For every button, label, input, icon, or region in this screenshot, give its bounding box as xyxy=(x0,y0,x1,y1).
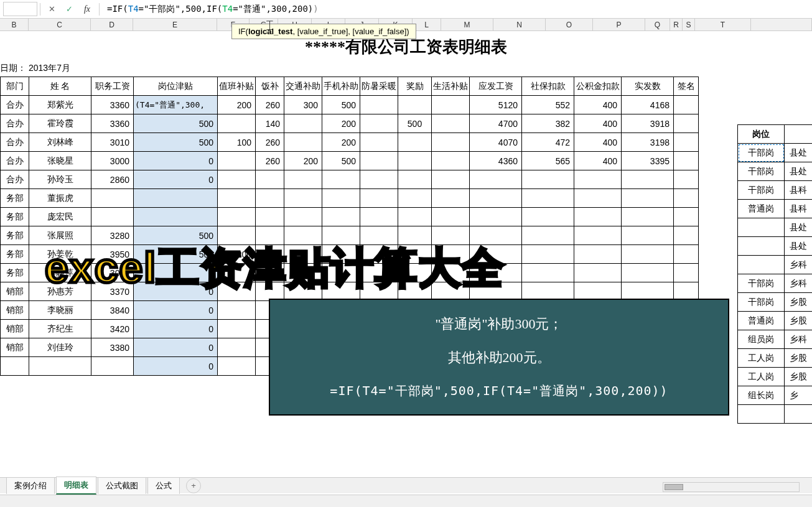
cell[interactable] xyxy=(218,357,256,376)
cell[interactable]: 300 xyxy=(284,96,322,114)
column-header-D[interactable]: D xyxy=(91,19,133,30)
header-cell[interactable]: 岗位津贴 xyxy=(134,77,218,96)
cell[interactable]: 0 xyxy=(134,170,218,189)
cell[interactable]: 400 xyxy=(574,152,622,170)
cell[interactable] xyxy=(218,170,256,189)
cell[interactable] xyxy=(522,189,574,208)
cell[interactable] xyxy=(470,170,522,189)
cell[interactable] xyxy=(398,96,432,114)
cell[interactable] xyxy=(284,133,322,152)
column-header-M[interactable]: M xyxy=(441,19,493,30)
table-row[interactable]: 合办张晓星3000026020050043605654003395 xyxy=(1,152,699,170)
cell[interactable]: 乡股 xyxy=(785,349,813,368)
cell[interactable] xyxy=(218,208,256,226)
cell[interactable]: 200 xyxy=(218,96,256,114)
header-cell[interactable]: 奖励 xyxy=(398,77,432,96)
header-cell[interactable]: 社保扣款 xyxy=(522,77,574,96)
cell[interactable] xyxy=(218,114,256,133)
cell[interactable]: 565 xyxy=(522,152,574,170)
cell[interactable] xyxy=(256,170,284,189)
cell[interactable]: 工人岗 xyxy=(738,368,785,386)
cell[interactable]: 乡科 xyxy=(785,274,813,293)
cell[interactable]: 乡股 xyxy=(785,293,813,312)
cell[interactable]: 干部岗 xyxy=(738,144,785,162)
cell[interactable]: 销部 xyxy=(1,301,29,320)
cell[interactable] xyxy=(785,405,813,424)
cell[interactable]: 500 xyxy=(134,114,218,133)
worksheet-area[interactable]: *****有限公司工资表明细表 日期：2013年7月 部门姓 名职务工资岗位津贴… xyxy=(0,31,812,467)
cell[interactable] xyxy=(674,189,699,208)
cell[interactable] xyxy=(432,96,470,114)
column-header-L[interactable]: L xyxy=(413,19,441,30)
column-header-B[interactable]: B xyxy=(0,19,29,30)
cell[interactable] xyxy=(322,208,360,226)
cell[interactable]: 382 xyxy=(522,114,574,133)
cell[interactable] xyxy=(256,208,284,226)
confirm-button[interactable]: ✓ xyxy=(60,2,78,17)
cell[interactable]: 刘佳玲 xyxy=(29,338,91,357)
cell[interactable] xyxy=(674,152,699,170)
cell[interactable]: 干部岗 xyxy=(738,293,785,312)
column-header-C[interactable]: C xyxy=(29,19,91,30)
cell[interactable]: 务部 xyxy=(1,245,29,264)
cell[interactable] xyxy=(432,152,470,170)
cell[interactable]: 4700 xyxy=(470,114,522,133)
cell[interactable] xyxy=(1,357,29,376)
cell[interactable] xyxy=(322,189,360,208)
table-row[interactable]: 合办孙玲玉28600 xyxy=(1,170,699,189)
header-cell[interactable]: 值班补贴 xyxy=(218,77,256,96)
cell[interactable] xyxy=(674,208,699,226)
column-header-O[interactable]: O xyxy=(546,19,593,30)
cell[interactable] xyxy=(574,264,622,282)
cell[interactable]: 务部 xyxy=(1,208,29,226)
cell[interactable] xyxy=(360,189,398,208)
formula-input[interactable]: =IF(T4="干部岗",500,IF(T4="普通",300,200)) xyxy=(102,2,812,17)
cell[interactable]: 3360 xyxy=(91,114,134,133)
cell[interactable] xyxy=(398,133,432,152)
table-row[interactable]: 合办刘林峰301050010026020040704724003198 xyxy=(1,133,699,152)
cell[interactable] xyxy=(738,256,785,274)
cell[interactable] xyxy=(622,189,674,208)
header-cell[interactable]: 岗位 xyxy=(738,125,785,144)
cell[interactable]: 200 xyxy=(322,114,360,133)
cell[interactable]: 0 xyxy=(134,152,218,170)
cell[interactable] xyxy=(738,218,785,237)
cancel-button[interactable]: ✕ xyxy=(43,2,60,17)
cell[interactable] xyxy=(674,245,699,264)
cell[interactable]: 销部 xyxy=(1,320,29,338)
cell[interactable]: 260 xyxy=(256,152,284,170)
name-box[interactable] xyxy=(3,2,37,16)
cell[interactable]: 100 xyxy=(218,133,256,152)
cell[interactable] xyxy=(398,170,432,189)
cell[interactable]: 3000 xyxy=(91,152,134,170)
table-row[interactable]: 务部庞宏民 xyxy=(1,208,699,226)
cell[interactable]: 3840 xyxy=(91,301,134,320)
header-cell[interactable]: 签名 xyxy=(674,77,699,96)
column-header-N[interactable]: N xyxy=(493,19,546,30)
cell[interactable]: 县科 xyxy=(785,181,813,200)
cell[interactable] xyxy=(522,264,574,282)
cell[interactable] xyxy=(574,226,622,245)
cell[interactable] xyxy=(284,208,322,226)
cell[interactable]: 5120 xyxy=(470,96,522,114)
cell[interactable]: 干部岗 xyxy=(738,274,785,293)
cell[interactable] xyxy=(674,264,699,282)
fx-button[interactable]: fx xyxy=(78,4,96,14)
cell[interactable] xyxy=(470,189,522,208)
cell[interactable] xyxy=(622,226,674,245)
cell[interactable] xyxy=(574,245,622,264)
cell[interactable]: 霍玲霞 xyxy=(29,114,91,133)
cell[interactable]: 务部 xyxy=(1,189,29,208)
cell[interactable] xyxy=(522,245,574,264)
cell[interactable] xyxy=(398,189,432,208)
cell[interactable] xyxy=(674,170,699,189)
cell[interactable] xyxy=(134,208,218,226)
cell[interactable] xyxy=(360,133,398,152)
cell[interactable]: 普通岗 xyxy=(738,312,785,330)
cell[interactable]: 400 xyxy=(574,133,622,152)
cell[interactable]: 4070 xyxy=(470,133,522,152)
cell[interactable] xyxy=(218,338,256,357)
cell[interactable]: 552 xyxy=(522,96,574,114)
cell[interactable]: 500 xyxy=(134,133,218,152)
cell[interactable]: 合办 xyxy=(1,96,29,114)
